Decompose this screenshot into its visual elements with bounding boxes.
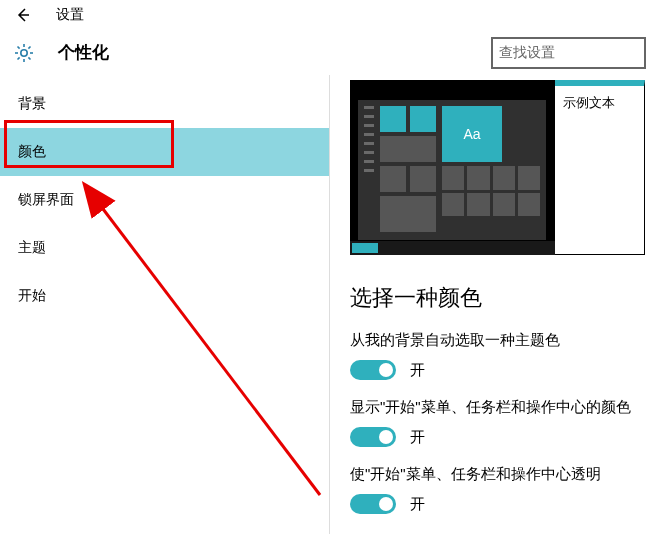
toggle-transparency[interactable]	[350, 494, 396, 514]
preview-aa-text: Aa	[463, 126, 480, 142]
section-title: 个性化	[58, 41, 109, 64]
sidebar-item-label: 颜色	[18, 143, 46, 161]
search-input[interactable]: 查找设置	[491, 37, 646, 69]
sidebar-item-start[interactable]: 开始	[0, 272, 329, 320]
svg-line-6	[28, 57, 30, 59]
preview-start-menu: Aa	[358, 100, 546, 240]
sidebar-item-label: 背景	[18, 95, 46, 113]
content-pane: Aa 示例文本 选择一种颜色 从我的背景自动选取一种主题色	[330, 75, 646, 534]
toggle-state: 开	[410, 361, 425, 380]
setting-label: 从我的背景自动选取一种主题色	[350, 331, 646, 350]
window-title: 设置	[56, 6, 84, 24]
svg-point-0	[21, 49, 27, 55]
setting-transparency: 使"开始"菜单、任务栏和操作中心透明 开	[350, 465, 646, 514]
svg-line-7	[18, 57, 20, 59]
sidebar-item-themes[interactable]: 主题	[0, 224, 329, 272]
preview-sample-window: 示例文本	[555, 80, 645, 255]
back-arrow-icon	[15, 7, 31, 23]
sidebar-item-colors[interactable]: 颜色	[0, 128, 329, 176]
back-button[interactable]	[8, 0, 38, 30]
preview-sample-text: 示例文本	[563, 94, 615, 112]
toggle-state: 开	[410, 428, 425, 447]
sidebar-item-background[interactable]: 背景	[0, 80, 329, 128]
content-heading: 选择一种颜色	[350, 283, 646, 313]
setting-auto-accent: 从我的背景自动选取一种主题色 开	[350, 331, 646, 380]
sidebar-item-label: 主题	[18, 239, 46, 257]
header: 个性化 查找设置	[0, 30, 646, 75]
toggle-auto-accent[interactable]	[350, 360, 396, 380]
setting-show-color: 显示"开始"菜单、任务栏和操作中心的颜色 开	[350, 398, 646, 447]
sidebar-item-label: 开始	[18, 287, 46, 305]
sidebar: 背景 颜色 锁屏界面 主题 开始	[0, 75, 330, 534]
preview-desktop: Aa	[350, 80, 555, 255]
sidebar-item-lockscreen[interactable]: 锁屏界面	[0, 176, 329, 224]
toggle-state: 开	[410, 495, 425, 514]
setting-label: 显示"开始"菜单、任务栏和操作中心的颜色	[350, 398, 646, 417]
color-preview: Aa 示例文本	[350, 80, 646, 255]
search-placeholder: 查找设置	[499, 44, 555, 62]
toggle-show-color[interactable]	[350, 427, 396, 447]
sidebar-item-label: 锁屏界面	[18, 191, 74, 209]
svg-line-8	[28, 46, 30, 48]
preview-aa-tile: Aa	[442, 106, 502, 162]
setting-label: 使"开始"菜单、任务栏和操作中心透明	[350, 465, 646, 484]
svg-line-5	[18, 46, 20, 48]
gear-icon	[14, 43, 34, 63]
titlebar: 设置	[0, 0, 646, 30]
